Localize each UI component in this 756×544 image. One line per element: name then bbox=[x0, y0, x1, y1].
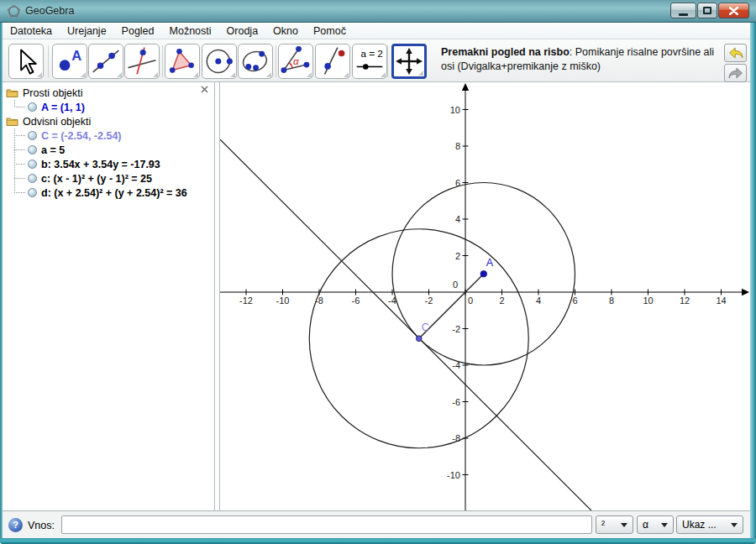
tool-button-line[interactable] bbox=[88, 44, 123, 79]
menubar: DatotekaUrejanjePogledMožnostiOrodjaOkno… bbox=[3, 23, 750, 39]
svg-text:-2: -2 bbox=[425, 296, 433, 306]
algebra-item[interactable]: b: 3.54x + 3.54y = -17.93 bbox=[14, 157, 214, 171]
algebra-item[interactable]: a = 5 bbox=[14, 143, 214, 157]
point-A[interactable] bbox=[480, 270, 487, 277]
algebra-item-text: a = 5 bbox=[41, 144, 65, 156]
svg-text:0: 0 bbox=[468, 296, 473, 306]
menu-item-urejanje[interactable]: Urejanje bbox=[60, 23, 114, 39]
tool-dropdown-arrow[interactable] bbox=[117, 72, 122, 77]
svg-text:-2: -2 bbox=[452, 324, 460, 334]
tool-dropdown-arrow[interactable] bbox=[193, 72, 198, 77]
svg-text:0: 0 bbox=[453, 280, 458, 290]
svg-text:-10: -10 bbox=[447, 470, 460, 480]
tool-button-perpendicular-line[interactable] bbox=[124, 44, 160, 79]
command-dropdown[interactable]: Ukaz ... bbox=[676, 515, 743, 534]
maximize-icon bbox=[703, 7, 711, 14]
object-marble-icon[interactable] bbox=[28, 188, 37, 197]
tool-button-move[interactable] bbox=[8, 44, 44, 79]
input-help-icon[interactable]: ? bbox=[8, 518, 23, 532]
point-label-A: A bbox=[486, 257, 494, 269]
tool-button-polygon[interactable] bbox=[165, 44, 200, 79]
window-title: GeoGebra bbox=[25, 5, 74, 17]
redo-button[interactable] bbox=[724, 64, 747, 82]
menu-item-pomo[interactable]: Pomoč bbox=[306, 23, 354, 39]
tool-dropdown-arrow[interactable] bbox=[230, 72, 235, 77]
svg-text:-6: -6 bbox=[352, 296, 360, 306]
exponent-dropdown[interactable]: ² bbox=[596, 515, 633, 534]
algebra-item-text: d: (x + 2.54)² + (y + 2.54)² = 36 bbox=[41, 187, 187, 199]
tool-button-angle[interactable]: α bbox=[278, 44, 313, 79]
algebra-item-text: c: (x - 1)² + (y - 1)² = 25 bbox=[41, 173, 152, 185]
svg-text:a = 2: a = 2 bbox=[360, 48, 382, 59]
algebra-item-text: C = (-2.54, -2.54) bbox=[41, 130, 122, 142]
tool-button-conic[interactable] bbox=[238, 44, 273, 79]
toolbar-separator bbox=[48, 45, 49, 77]
undo-button[interactable] bbox=[724, 44, 747, 62]
svg-text:2: 2 bbox=[455, 251, 460, 261]
undo-icon bbox=[727, 46, 744, 60]
input-bar: ? Vnos: ²αUkaz ... bbox=[3, 510, 750, 538]
algebra-group-header[interactable]: Odvisni objekti bbox=[6, 114, 214, 128]
tool-dropdown-arrow[interactable] bbox=[344, 72, 349, 77]
minimize-button[interactable] bbox=[670, 3, 696, 18]
chevron-down-icon bbox=[661, 523, 668, 527]
algebra-group-header[interactable]: Prosti objekti bbox=[6, 86, 214, 100]
tool-dropdown-arrow[interactable] bbox=[381, 72, 386, 77]
object-marble-icon[interactable] bbox=[28, 174, 37, 183]
command-input[interactable] bbox=[61, 515, 592, 534]
menu-item-datoteka[interactable]: Datoteka bbox=[3, 23, 60, 39]
tool-button-mirror[interactable] bbox=[315, 44, 350, 79]
svg-text:8: 8 bbox=[609, 296, 614, 306]
svg-text:12: 12 bbox=[680, 296, 690, 306]
y-axis-arrow bbox=[462, 83, 469, 91]
algebra-close-button[interactable] bbox=[199, 85, 210, 96]
algebra-item[interactable]: A = (1, 1) bbox=[14, 100, 214, 114]
tool-dropdown-arrow[interactable] bbox=[418, 71, 423, 76]
tool-button-circle[interactable] bbox=[202, 44, 237, 79]
algebra-tree: Prosti objektiA = (1, 1)Odvisni objektiC… bbox=[6, 86, 214, 200]
graphics-view[interactable]: -12-10-8-6-4-202468101214108642-2-4-6-8-… bbox=[219, 82, 750, 510]
svg-text:2: 2 bbox=[499, 296, 504, 306]
svg-text:4: 4 bbox=[455, 214, 460, 224]
tool-dropdown-arrow[interactable] bbox=[37, 72, 42, 77]
tool-button-point[interactable]: A bbox=[52, 44, 87, 79]
close-button[interactable] bbox=[718, 3, 749, 18]
chevron-down-icon bbox=[731, 523, 738, 527]
object-marble-icon[interactable] bbox=[28, 102, 37, 112]
dropdown-value: Ukaz ... bbox=[682, 519, 727, 531]
toolbar-separator bbox=[162, 45, 163, 77]
svg-text:10: 10 bbox=[643, 296, 653, 306]
tool-dropdown-arrow[interactable] bbox=[266, 72, 271, 77]
line-b[interactable] bbox=[220, 111, 750, 510]
tool-button-move-graphics-view[interactable] bbox=[391, 44, 427, 79]
tool-dropdown-arrow[interactable] bbox=[81, 72, 86, 77]
menu-item-monosti[interactable]: Možnosti bbox=[162, 23, 219, 39]
geogebra-logo-icon bbox=[7, 4, 21, 18]
tool-button-slider[interactable]: a = 2 bbox=[352, 44, 387, 79]
algebra-item[interactable]: c: (x - 1)² + (y - 1)² = 25 bbox=[14, 171, 214, 186]
object-marble-icon[interactable] bbox=[28, 145, 37, 154]
titlebar: GeoGebra bbox=[0, 0, 756, 23]
folder-icon bbox=[6, 87, 18, 98]
menu-item-pogled[interactable]: Pogled bbox=[114, 23, 162, 39]
object-marble-icon[interactable] bbox=[28, 131, 37, 140]
toolbar-separator bbox=[276, 45, 276, 77]
tool-dropdown-arrow[interactable] bbox=[153, 72, 158, 77]
menu-item-orodja[interactable]: Orodja bbox=[219, 23, 266, 39]
algebra-panel: Prosti objektiA = (1, 1)Odvisni objektiC… bbox=[3, 82, 215, 510]
menu-item-okno[interactable]: Okno bbox=[265, 23, 306, 39]
tree-connector bbox=[14, 149, 25, 150]
svg-text:8: 8 bbox=[455, 141, 460, 151]
algebra-item-text: b: 3.54x + 3.54y = -17.93 bbox=[41, 159, 160, 170]
svg-text:-6: -6 bbox=[452, 397, 460, 407]
algebra-item[interactable]: d: (x + 2.54)² + (y + 2.54)² = 36 bbox=[14, 186, 214, 200]
minimize-icon bbox=[679, 13, 688, 16]
object-marble-icon[interactable] bbox=[28, 160, 37, 169]
point-C[interactable] bbox=[416, 336, 422, 342]
tool-dropdown-arrow[interactable] bbox=[307, 72, 312, 77]
algebra-item[interactable]: C = (-2.54, -2.54) bbox=[14, 128, 214, 143]
maximize-button[interactable] bbox=[697, 3, 717, 18]
alpha-dropdown[interactable]: α bbox=[637, 515, 674, 534]
svg-text:4: 4 bbox=[536, 296, 541, 306]
point-label-C: C bbox=[422, 322, 429, 333]
